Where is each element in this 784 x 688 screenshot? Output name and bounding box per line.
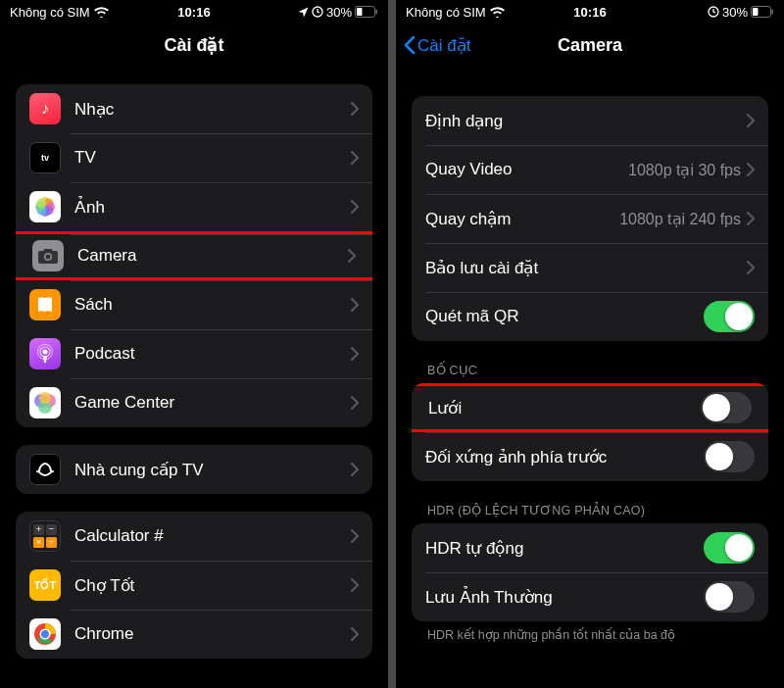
settings-screen: Không có SIM 10:16 30% Cài đặt ♪	[0, 0, 388, 688]
toggle-grid[interactable]	[701, 392, 752, 423]
svg-point-14	[43, 350, 48, 355]
chevron-right-icon	[351, 151, 359, 165]
chevron-right-icon	[351, 578, 359, 592]
carrier-text: Không có SIM	[10, 5, 90, 20]
row-label: Podcast	[74, 344, 351, 364]
row-label: Nhà cung cấp TV	[74, 460, 351, 480]
chevron-right-icon	[351, 298, 359, 312]
chevron-right-icon	[348, 249, 356, 263]
row-label: Nhạc	[74, 99, 351, 120]
battery-icon	[355, 6, 378, 18]
row-music[interactable]: ♪ Nhạc	[16, 84, 372, 133]
row-chrome[interactable]: Chrome	[16, 610, 372, 659]
svg-point-13	[46, 255, 51, 260]
status-bar: Không có SIM 10:16 30%	[396, 0, 784, 24]
calculator-icon: +−×÷	[29, 520, 61, 552]
row-label: Sách	[74, 295, 351, 315]
row-record-slomo[interactable]: Quay chậm 1080p tại 240 fps	[412, 194, 768, 243]
row-chotot[interactable]: TỐT Chợ Tốt	[16, 561, 372, 610]
nav-header: Cài đặt Camera	[396, 24, 784, 67]
status-bar: Không có SIM 10:16 30%	[0, 0, 388, 24]
chotot-icon: TỐT	[29, 569, 61, 601]
toggle-auto-hdr[interactable]	[704, 532, 755, 564]
row-mirror-front[interactable]: Đối xứng ảnh phía trước	[412, 432, 768, 481]
row-label: TV	[74, 148, 351, 168]
chevron-right-icon	[351, 200, 359, 214]
back-label: Cài đặt	[417, 35, 470, 56]
row-label: Quét mã QR	[425, 307, 704, 326]
photos-icon	[29, 191, 61, 222]
tvprovider-icon	[29, 454, 61, 485]
row-preserve-settings[interactable]: Bảo lưu cài đặt	[412, 243, 768, 292]
row-label: Calculator #	[74, 526, 351, 546]
svg-text:−: −	[49, 524, 54, 534]
row-tv[interactable]: tv TV	[16, 133, 372, 182]
row-books[interactable]: Sách	[16, 280, 372, 329]
row-camera[interactable]: Camera	[16, 231, 372, 280]
tv-icon: tv	[29, 142, 61, 173]
row-label: Định dạng	[425, 111, 747, 131]
svg-text:÷: ÷	[49, 537, 54, 547]
row-keep-normal[interactable]: Lưu Ảnh Thường	[412, 572, 768, 621]
svg-rect-2	[357, 8, 363, 16]
battery-text: 30%	[722, 5, 748, 20]
camera-group-layout: Lưới Đối xứng ảnh phía trước	[412, 383, 768, 481]
row-label: Quay chậm	[425, 209, 619, 229]
svg-text:+: +	[36, 524, 41, 534]
chevron-right-icon	[747, 212, 755, 225]
toggle-scan-qr[interactable]	[704, 301, 755, 332]
music-icon: ♪	[29, 93, 61, 124]
chevron-right-icon	[747, 163, 755, 176]
battery-text: 30%	[326, 5, 352, 20]
row-auto-hdr[interactable]: HDR tự động	[412, 523, 768, 572]
podcast-icon	[29, 338, 61, 369]
chevron-right-icon	[351, 347, 359, 361]
row-value: 1080p tại 240 fps	[619, 210, 741, 228]
location-icon	[298, 7, 309, 18]
camera-icon	[32, 240, 64, 271]
svg-rect-34	[753, 8, 759, 16]
wifi-icon	[94, 7, 109, 18]
camera-group-main: Định dạng Quay Video 1080p tại 30 fps Qu…	[412, 96, 768, 341]
settings-group-tvprovider: Nhà cung cấp TV	[16, 445, 372, 494]
svg-rect-3	[375, 10, 377, 15]
chevron-right-icon	[351, 627, 359, 641]
row-format[interactable]: Định dạng	[412, 96, 768, 145]
svg-point-31	[41, 630, 49, 638]
chevron-right-icon	[351, 102, 359, 116]
row-label: Chợ Tốt	[74, 575, 351, 596]
row-scan-qr[interactable]: Quét mã QR	[412, 292, 768, 341]
gamecenter-icon	[29, 387, 61, 418]
group-header-hdr: HDR (ĐỘ LỆCH TƯƠNG PHẢN CAO)	[412, 481, 768, 523]
row-gamecenter[interactable]: Game Center	[16, 378, 372, 427]
status-time: 10:16	[132, 5, 255, 20]
page-title: Camera	[558, 35, 622, 56]
books-icon	[29, 289, 61, 320]
chevron-right-icon	[747, 261, 755, 274]
row-tvprovider[interactable]: Nhà cung cấp TV	[16, 445, 372, 494]
row-podcast[interactable]: Podcast	[16, 329, 372, 378]
chevron-right-icon	[747, 114, 755, 127]
row-value: 1080p tại 30 fps	[628, 161, 741, 179]
settings-group-apps: +−×÷ Calculator # TỐT Chợ Tốt Chrome	[16, 512, 372, 659]
row-record-video[interactable]: Quay Video 1080p tại 30 fps	[412, 145, 768, 194]
back-button[interactable]: Cài đặt	[404, 35, 470, 56]
svg-text:×: ×	[36, 537, 41, 547]
row-photos[interactable]: Ảnh	[16, 182, 372, 231]
row-label: Camera	[77, 246, 348, 266]
svg-point-20	[39, 392, 51, 404]
wifi-icon	[490, 7, 505, 18]
toggle-keep-normal[interactable]	[704, 581, 755, 613]
group-footer-hdr: HDR kết hợp những phần tốt nhất của ba đ…	[412, 621, 768, 642]
toggle-mirror-front[interactable]	[704, 441, 755, 472]
row-label: Đối xứng ảnh phía trước	[425, 447, 704, 467]
row-label: Lưới	[428, 398, 701, 418]
row-calculator[interactable]: +−×÷ Calculator #	[16, 512, 372, 561]
chrome-icon	[29, 618, 61, 650]
svg-point-11	[37, 199, 47, 209]
status-time: 10:16	[528, 5, 651, 20]
row-label: Game Center	[74, 393, 351, 413]
alarm-icon	[708, 6, 719, 18]
camera-group-hdr: HDR tự động Lưu Ảnh Thường	[412, 523, 768, 621]
row-grid[interactable]: Lưới	[412, 383, 768, 432]
